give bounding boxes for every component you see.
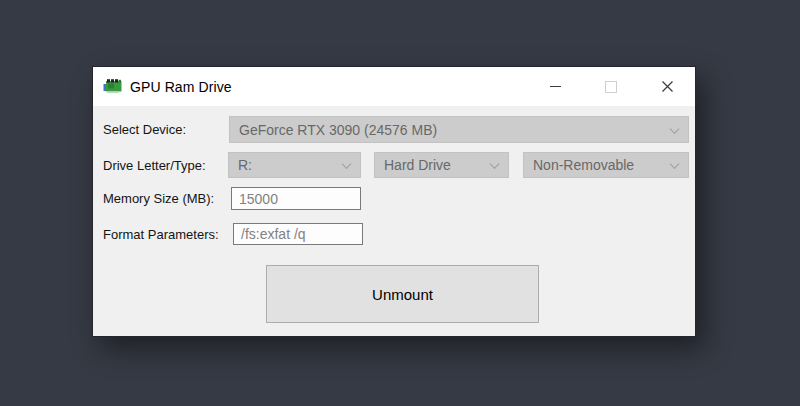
memory-size-label: Memory Size (MB): xyxy=(103,187,214,210)
device-combobox[interactable]: GeForce RTX 3090 (24576 MB) xyxy=(229,116,689,143)
drive-type-combobox[interactable]: Hard Drive xyxy=(374,152,509,178)
app-window: GPU Ram Drive Select Device: GeForce RTX… xyxy=(92,66,696,337)
format-parameters-input[interactable] xyxy=(233,223,363,245)
drive-letter-combobox[interactable]: R: xyxy=(228,152,361,178)
caption-buttons xyxy=(527,67,695,106)
removability-combobox[interactable]: Non-Removable xyxy=(523,152,689,178)
unmount-button[interactable]: Unmount xyxy=(266,265,539,323)
device-combobox-value: GeForce RTX 3090 (24576 MB) xyxy=(239,122,437,138)
chevron-down-icon xyxy=(342,159,352,169)
memory-size-input[interactable] xyxy=(231,187,361,210)
drive-letter-type-label: Drive Letter/Type: xyxy=(103,152,206,178)
chevron-down-icon xyxy=(670,159,680,169)
select-device-label: Select Device: xyxy=(103,116,186,143)
close-button[interactable] xyxy=(639,67,695,106)
format-parameters-label: Format Parameters: xyxy=(103,223,219,245)
chevron-down-icon xyxy=(490,159,500,169)
titlebar[interactable]: GPU Ram Drive xyxy=(93,67,695,106)
drive-letter-value: R: xyxy=(238,157,252,173)
form-area: Select Device: GeForce RTX 3090 (24576 M… xyxy=(93,106,695,338)
gpu-card-icon xyxy=(103,78,122,95)
window-title: GPU Ram Drive xyxy=(130,79,232,95)
chevron-down-icon xyxy=(670,124,680,134)
minimize-icon xyxy=(550,86,561,87)
drive-type-value: Hard Drive xyxy=(384,157,451,173)
removability-value: Non-Removable xyxy=(533,157,634,173)
minimize-button[interactable] xyxy=(527,67,583,106)
close-icon xyxy=(661,80,674,93)
maximize-icon xyxy=(605,81,617,93)
maximize-button[interactable] xyxy=(583,67,639,106)
